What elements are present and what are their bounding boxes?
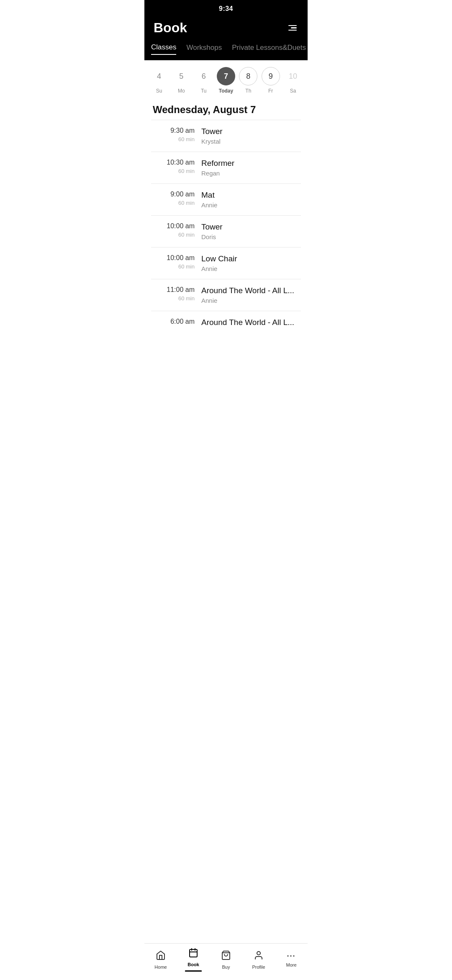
class-info-2: Mat Annie — [201, 191, 299, 209]
day-label-5: Mo — [178, 88, 185, 94]
tab-bar: Classes Workshops Private Lessons&Duets — [144, 43, 308, 60]
calendar-strip: 4 Su 5 Mo 6 Tu 7 Today 8 Th 9 Fr 10 — [144, 60, 308, 97]
class-info-4: Low Chair Annie — [201, 254, 299, 272]
calendar-day-6[interactable]: 10 Sa — [282, 67, 303, 94]
calendar-day-today[interactable]: 7 Today — [216, 67, 236, 94]
class-item-3[interactable]: 10:00 am 60 min Tower Doris — [144, 216, 308, 247]
day-label-9: Fr — [268, 88, 273, 94]
filter-line-3 — [288, 30, 297, 31]
class-item-5[interactable]: 11:00 am 60 min Around The World - All L… — [144, 279, 308, 311]
class-item-6[interactable]: 6:00 am Around The World - All L... — [144, 311, 308, 330]
day-number-10: 10 — [284, 67, 302, 85]
class-item-1[interactable]: 10:30 am 60 min Reformer Regan — [144, 152, 308, 183]
class-item-0[interactable]: 9:30 am 60 min Tower Krystal — [144, 120, 308, 152]
class-info-6: Around The World - All L... — [201, 318, 299, 329]
filter-line-1 — [288, 25, 297, 26]
calendar-day-5[interactable]: 9 Fr — [260, 67, 281, 94]
day-label-4: Su — [156, 88, 162, 94]
day-label-7: Today — [219, 88, 233, 94]
date-heading: Wednesday, August 7 — [144, 97, 308, 120]
class-item-2[interactable]: 9:00 am 60 min Mat Annie — [144, 184, 308, 215]
class-info-0: Tower Krystal — [201, 127, 299, 145]
class-time-0: 9:30 am 60 min — [153, 127, 195, 142]
day-label-8: Th — [245, 88, 251, 94]
page-title: Book — [154, 20, 187, 36]
tab-private-lessons[interactable]: Private Lessons&Duets — [232, 43, 306, 55]
calendar-day-2[interactable]: 6 Tu — [193, 67, 214, 94]
classes-list: 9:30 am 60 min Tower Krystal 10:30 am 60… — [144, 120, 308, 368]
class-info-3: Tower Doris — [201, 222, 299, 240]
calendar-day-0[interactable]: 4 Su — [149, 67, 170, 94]
day-number-7: 7 — [217, 67, 235, 85]
class-time-4: 10:00 am 60 min — [153, 254, 195, 270]
tab-classes[interactable]: Classes — [151, 43, 176, 55]
status-time: 9:34 — [219, 5, 233, 12]
class-info-1: Reformer Regan — [201, 159, 299, 177]
day-label-10: Sa — [290, 88, 296, 94]
day-number-9: 9 — [262, 67, 280, 85]
day-number-4: 4 — [150, 67, 168, 85]
day-number-8: 8 — [239, 67, 257, 85]
day-number-5: 5 — [172, 67, 190, 85]
class-time-5: 11:00 am 60 min — [153, 286, 195, 302]
header: Book — [144, 16, 308, 43]
class-time-2: 9:00 am 60 min — [153, 191, 195, 206]
calendar-day-4[interactable]: 8 Th — [238, 67, 259, 94]
class-item-4[interactable]: 10:00 am 60 min Low Chair Annie — [144, 248, 308, 279]
day-number-6: 6 — [195, 67, 213, 85]
class-time-1: 10:30 am 60 min — [153, 159, 195, 174]
tab-workshops[interactable]: Workshops — [186, 43, 222, 55]
calendar-day-1[interactable]: 5 Mo — [171, 67, 192, 94]
class-info-5: Around The World - All L... Annie — [201, 286, 299, 304]
class-time-3: 10:00 am 60 min — [153, 222, 195, 238]
day-label-6: Tu — [201, 88, 207, 94]
class-time-6: 6:00 am — [153, 318, 195, 325]
filter-line-2 — [291, 27, 297, 28]
filter-button[interactable] — [287, 23, 298, 33]
filter-icon — [288, 25, 297, 31]
status-bar: 9:34 — [144, 0, 308, 16]
